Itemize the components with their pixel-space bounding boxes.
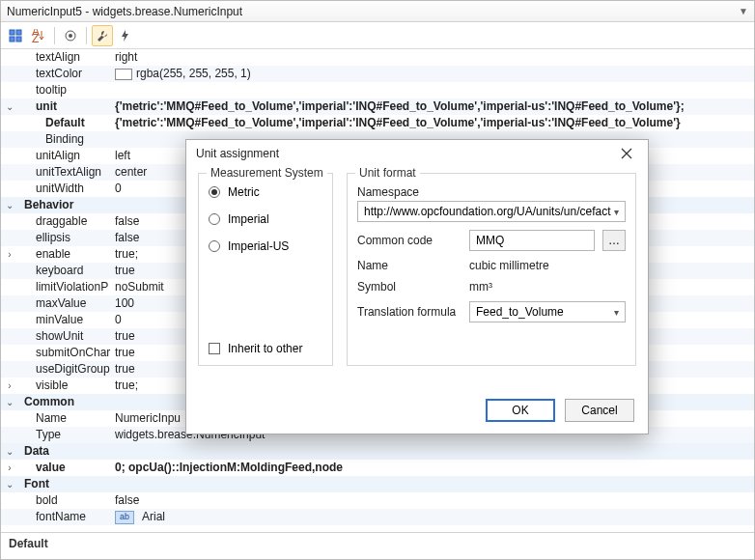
radio-imperial-us[interactable]: Imperial-US xyxy=(209,239,322,253)
chevron-down-icon[interactable]: ▼ xyxy=(739,6,748,16)
prop-key: Binding xyxy=(18,131,115,148)
close-button[interactable] xyxy=(615,142,638,165)
namespace-select[interactable]: http://www.opcfoundation.org/UA/units/un… xyxy=(357,201,626,222)
expand-icon[interactable]: › xyxy=(1,246,18,263)
font-badge-icon: ab xyxy=(115,511,134,524)
category[interactable]: Common xyxy=(18,394,115,410)
prop-key: unitTextAlign xyxy=(18,164,115,181)
unit-assignment-dialog: Unit assignment Measurement System Metri… xyxy=(185,139,649,434)
category[interactable]: Font xyxy=(18,476,115,492)
prop-val[interactable]: {'metric':'MMQ#Feed_to_Volume','imperial… xyxy=(115,98,754,115)
sort-az-icon[interactable]: AZ xyxy=(28,25,49,46)
prop-key: fontName xyxy=(18,509,115,525)
prop-val[interactable]: false xyxy=(115,492,754,509)
description-panel: Default xyxy=(1,532,754,559)
target-icon[interactable] xyxy=(60,25,81,46)
translation-formula-label: Translation formula xyxy=(357,305,461,319)
prop-key: tooltip xyxy=(18,82,115,98)
bolt-icon[interactable] xyxy=(115,25,136,46)
toolbar: AZ xyxy=(1,22,754,49)
chevron-down-icon: ▾ xyxy=(614,307,619,318)
prop-key: ellipsis xyxy=(18,230,115,246)
common-code-label: Common code xyxy=(357,234,461,247)
prop-key: showUnit xyxy=(18,328,115,345)
category[interactable]: Data xyxy=(18,443,115,460)
symbol-value: mm³ xyxy=(469,280,492,294)
namespace-label: Namespace xyxy=(357,185,461,199)
expand-icon[interactable]: ⌄ xyxy=(1,98,18,115)
ok-button[interactable]: OK xyxy=(486,399,555,422)
svg-text:Z: Z xyxy=(32,32,39,42)
prop-key: draggable xyxy=(18,213,115,230)
expand-icon[interactable]: › xyxy=(1,378,18,394)
translation-formula-select[interactable]: Feed_to_Volume▾ xyxy=(469,301,626,322)
name-label: Name xyxy=(357,259,461,272)
symbol-label: Symbol xyxy=(357,280,461,294)
window-title: NumericInput5 - widgets.brease.NumericIn… xyxy=(7,5,739,18)
expand-icon[interactable]: ⌄ xyxy=(1,394,18,410)
prop-key: bold xyxy=(18,492,115,509)
prop-key: submitOnChar xyxy=(18,345,115,361)
svg-rect-2 xyxy=(10,37,14,42)
category[interactable]: Behavior xyxy=(18,197,115,213)
color-swatch[interactable] xyxy=(115,69,132,80)
prop-key: value xyxy=(18,460,115,476)
svg-point-7 xyxy=(69,34,72,38)
categorized-icon[interactable] xyxy=(5,25,26,46)
unit-format-frame: Unit format Namespace http://www.opcfoun… xyxy=(347,173,636,366)
prop-key: useDigitGroup xyxy=(18,361,115,378)
prop-val[interactable]: abArial xyxy=(115,509,754,525)
expand-icon[interactable]: ⌄ xyxy=(1,197,18,213)
prop-key: unitAlign xyxy=(18,148,115,164)
wrench-icon[interactable] xyxy=(92,25,113,46)
chevron-down-icon: ▾ xyxy=(614,207,619,217)
prop-key: Name xyxy=(18,410,115,427)
dialog-titlebar: Unit assignment xyxy=(186,140,648,167)
prop-key: minValue xyxy=(18,312,115,328)
prop-key: enable xyxy=(18,246,115,263)
prop-key: textAlign xyxy=(18,49,115,66)
separator xyxy=(86,27,87,44)
prop-key: textColor xyxy=(18,66,115,82)
common-code-input[interactable]: MMQ xyxy=(469,230,595,251)
measurement-system-frame: Measurement System Metric Imperial Imper… xyxy=(198,173,333,366)
prop-val[interactable]: {'metric':'MMQ#Feed_to_Volume','imperial… xyxy=(115,115,754,131)
radio-metric[interactable]: Metric xyxy=(209,185,322,199)
browse-button[interactable]: … xyxy=(602,230,626,251)
prop-val[interactable]: rgba(255, 255, 255, 1) xyxy=(115,66,754,82)
svg-rect-0 xyxy=(10,30,14,35)
cancel-button[interactable]: Cancel xyxy=(565,399,634,422)
dialog-title: Unit assignment xyxy=(196,147,615,160)
expand-icon[interactable]: ⌄ xyxy=(1,443,18,460)
prop-key: Type xyxy=(18,427,115,443)
prop-key: keyboard xyxy=(18,263,115,279)
prop-key: visible xyxy=(18,378,115,394)
expand-icon[interactable]: › xyxy=(1,460,18,476)
frame-legend: Unit format xyxy=(355,166,420,180)
prop-key: limitViolationP xyxy=(18,279,115,295)
prop-val[interactable]: 0; opcUa()::InjectionM:MoldingFeed,node xyxy=(115,460,754,476)
radio-imperial[interactable]: Imperial xyxy=(209,212,322,226)
prop-key: unit xyxy=(18,98,115,115)
prop-key: maxValue xyxy=(18,295,115,312)
separator xyxy=(54,27,55,44)
frame-legend: Measurement System xyxy=(207,166,327,180)
titlebar: NumericInput5 - widgets.brease.NumericIn… xyxy=(1,1,754,22)
prop-val[interactable]: right xyxy=(115,49,754,66)
prop-key: unitWidth xyxy=(18,181,115,197)
expand-icon[interactable]: ⌄ xyxy=(1,476,18,492)
checkbox-inherit[interactable]: Inherit to other xyxy=(209,342,322,355)
name-value: cubic millimetre xyxy=(469,259,549,272)
prop-key: Default xyxy=(18,115,115,131)
svg-rect-3 xyxy=(16,37,21,42)
svg-rect-1 xyxy=(16,30,21,35)
